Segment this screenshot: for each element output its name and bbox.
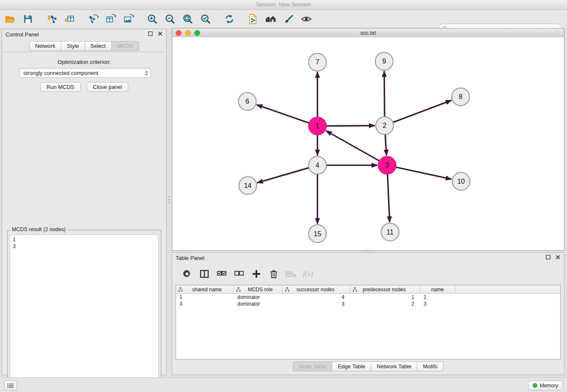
graph-node-6[interactable]: 6 xyxy=(239,93,256,110)
close-window-icon[interactable]: × xyxy=(176,30,182,36)
cell-predecessor-nodes[interactable]: 1 xyxy=(350,294,420,301)
table-row[interactable]: 3 dominator 3 2 3 xyxy=(176,301,560,307)
svg-text:9: 9 xyxy=(382,58,386,65)
column-header-successor-nodes[interactable]: successor nodes xyxy=(283,285,350,293)
save-session-icon[interactable] xyxy=(22,13,34,25)
select-all-icon[interactable] xyxy=(216,268,227,279)
style-brush-icon[interactable] xyxy=(283,13,295,25)
graph-node-4[interactable]: 4 xyxy=(308,156,326,174)
tab-motifs[interactable]: Motifs xyxy=(417,362,443,371)
deselect-all-icon[interactable] xyxy=(234,268,245,279)
tab-style[interactable]: Style xyxy=(61,41,85,51)
graph-edge-4-14[interactable] xyxy=(257,168,309,183)
graph-edge-2-3[interactable] xyxy=(385,135,386,156)
tab-network-table[interactable]: Network Table xyxy=(371,362,417,371)
zoom-out-icon[interactable] xyxy=(164,13,176,25)
task-history-button[interactable] xyxy=(4,381,17,390)
graph-edge-3-11[interactable] xyxy=(388,174,390,222)
delete-table-icon[interactable] xyxy=(286,268,297,279)
optimization-criterion-select[interactable]: strongly connected component xyxy=(19,68,151,78)
import-network-icon[interactable] xyxy=(46,13,58,25)
export-image-icon[interactable] xyxy=(123,13,135,25)
zoom-selected-icon[interactable] xyxy=(200,13,212,25)
column-header-predecessor-nodes[interactable]: predecessor nodes xyxy=(350,285,420,293)
new-network-from-selection-icon[interactable] xyxy=(247,13,259,25)
graph-edge-1-6[interactable] xyxy=(256,105,309,123)
maximize-window-icon[interactable]: + xyxy=(194,30,200,36)
column-header-name[interactable]: name xyxy=(420,285,456,293)
mcds-panel-body: Optimization criterion: strongly connect… xyxy=(2,52,166,375)
cell-predecessor-nodes[interactable]: 2 xyxy=(350,301,420,307)
cell-name[interactable]: 1 xyxy=(420,294,456,301)
graph-node-2[interactable]: 2 xyxy=(376,117,394,135)
tab-node-table[interactable]: Node Table xyxy=(293,362,333,371)
column-layout-icon[interactable] xyxy=(199,268,210,279)
cell-shared-name[interactable]: 1 xyxy=(176,294,234,301)
graph-edge-1-2[interactable] xyxy=(326,126,375,126)
float-panel-icon[interactable] xyxy=(148,31,153,36)
export-network-icon[interactable] xyxy=(87,13,99,25)
export-table-icon[interactable] xyxy=(105,13,117,25)
close-panel-button[interactable]: Close panel xyxy=(87,82,129,92)
graph-node-10[interactable]: 10 xyxy=(452,172,470,190)
graph-node-7[interactable]: 7 xyxy=(308,53,326,71)
column-header-mcds-role[interactable]: MCDS role xyxy=(234,285,283,293)
graph-edge-2-9[interactable] xyxy=(384,71,385,117)
delete-column-icon[interactable] xyxy=(268,268,279,279)
graph-edge-3-10[interactable] xyxy=(396,167,451,179)
graph-node-9[interactable]: 9 xyxy=(375,52,393,70)
open-file-icon[interactable] xyxy=(4,13,16,25)
vertical-splitter-handle[interactable] xyxy=(168,193,171,207)
svg-text:14: 14 xyxy=(244,182,252,189)
zoom-fit-icon[interactable] xyxy=(182,13,194,25)
memory-button[interactable]: Memory xyxy=(528,381,563,390)
function-builder-icon[interactable]: f(x) xyxy=(303,268,313,279)
mcds-result-list[interactable]: 1 3 xyxy=(10,235,159,389)
tab-select[interactable]: Select xyxy=(85,41,112,51)
run-mcds-button[interactable]: Run MCDS xyxy=(40,82,81,92)
cell-successor-nodes[interactable]: 3 xyxy=(283,301,350,307)
floppy-icon xyxy=(22,14,33,25)
svg-text:11: 11 xyxy=(387,229,394,236)
optimization-criterion-label: Optimization criterion: xyxy=(2,59,166,65)
cell-mcds-role[interactable]: dominator xyxy=(234,301,283,307)
graph-node-11[interactable]: 11 xyxy=(381,223,399,241)
graph-node-14[interactable]: 14 xyxy=(239,177,257,194)
graph-edge-2-8[interactable] xyxy=(393,100,452,122)
window-title: Session: New Session xyxy=(0,0,567,10)
cell-name[interactable]: 3 xyxy=(420,301,456,307)
import-table-icon[interactable] xyxy=(63,13,75,25)
graph-node-15[interactable]: 15 xyxy=(308,225,326,243)
close-table-panel-icon[interactable] xyxy=(555,254,561,260)
zoom-in-icon[interactable] xyxy=(146,13,158,25)
eye-icon[interactable] xyxy=(300,13,312,25)
graph-node-3[interactable]: 3 xyxy=(378,156,396,174)
graph-node-8[interactable]: 8 xyxy=(452,88,470,106)
graph-edge-3-1[interactable] xyxy=(326,131,379,161)
network-canvas[interactable]: 7968124314101511 xyxy=(172,37,564,250)
tab-edge-table[interactable]: Edge Table xyxy=(332,362,371,371)
list-icon xyxy=(7,383,14,388)
export-network-glyph xyxy=(88,14,99,25)
svg-text:1: 1 xyxy=(316,122,319,130)
cell-mcds-role[interactable]: dominator xyxy=(234,294,283,301)
home-icon[interactable] xyxy=(265,13,277,25)
cell-successor-nodes[interactable]: 4 xyxy=(283,294,350,301)
cell-shared-name[interactable]: 3 xyxy=(176,301,234,307)
table-settings-gear-icon[interactable] xyxy=(182,268,193,279)
graph-node-1[interactable]: 1 xyxy=(308,117,326,135)
mcds-result-line: 1 xyxy=(13,236,156,243)
network-window-title: scc.txt xyxy=(361,30,376,36)
close-panel-icon[interactable] xyxy=(157,31,163,36)
minimize-window-icon[interactable]: − xyxy=(185,30,191,36)
tab-mcds[interactable]: MCDS xyxy=(111,41,139,51)
add-column-icon[interactable] xyxy=(251,268,262,279)
column-header-shared-name[interactable]: shared name xyxy=(176,285,234,293)
svg-text:3: 3 xyxy=(385,162,389,169)
table-row[interactable]: 1 dominator 4 1 1 xyxy=(176,294,560,301)
float-table-panel-icon[interactable] xyxy=(545,254,551,260)
table-toolbar: f(x) xyxy=(176,265,561,282)
tab-network[interactable]: Network xyxy=(29,41,61,51)
refresh-icon[interactable] xyxy=(223,13,235,25)
horizontal-splitter-handle[interactable] xyxy=(360,249,374,252)
